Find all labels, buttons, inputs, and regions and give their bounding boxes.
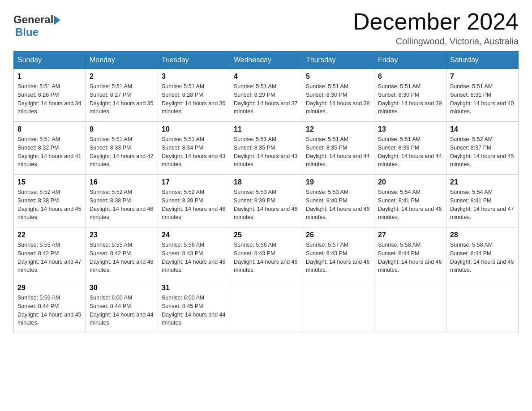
day-number: 20 xyxy=(378,178,442,186)
calendar-week-row-4: 22 Sunrise: 5:55 AM Sunset: 8:42 PM Dayl… xyxy=(14,227,519,280)
table-row: 28 Sunrise: 5:58 AM Sunset: 8:44 PM Dayl… xyxy=(446,227,519,280)
table-row: 3 Sunrise: 5:51 AM Sunset: 8:28 PM Dayli… xyxy=(158,69,230,122)
day-number: 21 xyxy=(450,178,515,186)
col-wednesday: Wednesday xyxy=(230,51,302,69)
day-number: 3 xyxy=(162,73,226,81)
calendar-header-row: Sunday Monday Tuesday Wednesday Thursday… xyxy=(14,51,519,69)
day-number: 14 xyxy=(450,125,515,133)
day-info: Sunrise: 6:00 AM Sunset: 8:44 PM Dayligh… xyxy=(90,294,154,327)
table-row: 8 Sunrise: 5:51 AM Sunset: 8:32 PM Dayli… xyxy=(14,122,86,175)
day-info: Sunrise: 5:51 AM Sunset: 8:35 PM Dayligh… xyxy=(234,135,298,169)
day-info: Sunrise: 5:51 AM Sunset: 8:35 PM Dayligh… xyxy=(306,135,370,169)
day-number: 16 xyxy=(90,178,154,186)
col-monday: Monday xyxy=(86,51,158,69)
col-tuesday: Tuesday xyxy=(158,51,230,69)
table-row: 27 Sunrise: 5:58 AM Sunset: 8:44 PM Dayl… xyxy=(374,227,446,280)
table-row: 10 Sunrise: 5:51 AM Sunset: 8:34 PM Dayl… xyxy=(158,122,230,175)
col-friday: Friday xyxy=(374,51,446,69)
day-info: Sunrise: 5:51 AM Sunset: 8:33 PM Dayligh… xyxy=(90,135,154,169)
day-number: 9 xyxy=(90,125,154,133)
day-info: Sunrise: 5:58 AM Sunset: 8:44 PM Dayligh… xyxy=(450,241,515,274)
day-info: Sunrise: 5:53 AM Sunset: 8:40 PM Dayligh… xyxy=(306,188,370,222)
day-number: 10 xyxy=(162,125,226,133)
table-row: 31 Sunrise: 6:00 AM Sunset: 8:45 PM Dayl… xyxy=(158,280,230,333)
day-number: 12 xyxy=(306,125,370,133)
day-info: Sunrise: 5:59 AM Sunset: 8:44 PM Dayligh… xyxy=(17,294,82,327)
logo-text-general: General xyxy=(13,13,53,26)
table-row: 14 Sunrise: 5:52 AM Sunset: 8:37 PM Dayl… xyxy=(446,122,519,175)
day-number: 11 xyxy=(234,125,298,133)
day-info: Sunrise: 5:51 AM Sunset: 8:28 PM Dayligh… xyxy=(162,82,226,116)
day-number: 23 xyxy=(90,231,154,239)
day-info: Sunrise: 5:51 AM Sunset: 8:30 PM Dayligh… xyxy=(378,82,442,116)
table-row: 18 Sunrise: 5:53 AM Sunset: 8:39 PM Dayl… xyxy=(230,175,302,227)
day-info: Sunrise: 5:51 AM Sunset: 8:29 PM Dayligh… xyxy=(234,82,298,116)
day-number: 26 xyxy=(306,231,370,239)
table-row xyxy=(302,280,374,333)
table-row xyxy=(230,280,302,333)
table-row: 29 Sunrise: 5:59 AM Sunset: 8:44 PM Dayl… xyxy=(14,280,86,333)
day-info: Sunrise: 5:52 AM Sunset: 8:39 PM Dayligh… xyxy=(162,188,226,222)
day-number: 22 xyxy=(17,231,82,239)
day-number: 19 xyxy=(306,178,370,186)
table-row: 22 Sunrise: 5:55 AM Sunset: 8:42 PM Dayl… xyxy=(14,227,86,280)
day-number: 8 xyxy=(17,125,82,133)
calendar-week-row-1: 1 Sunrise: 5:51 AM Sunset: 8:26 PM Dayli… xyxy=(14,69,519,122)
calendar-week-row-5: 29 Sunrise: 5:59 AM Sunset: 8:44 PM Dayl… xyxy=(14,280,519,333)
table-row: 4 Sunrise: 5:51 AM Sunset: 8:29 PM Dayli… xyxy=(230,69,302,122)
table-row: 13 Sunrise: 5:51 AM Sunset: 8:36 PM Dayl… xyxy=(374,122,446,175)
day-number: 25 xyxy=(234,231,298,239)
table-row: 26 Sunrise: 5:57 AM Sunset: 8:43 PM Dayl… xyxy=(302,227,374,280)
day-info: Sunrise: 5:55 AM Sunset: 8:42 PM Dayligh… xyxy=(90,241,154,274)
day-number: 1 xyxy=(17,73,82,81)
day-info: Sunrise: 5:52 AM Sunset: 8:37 PM Dayligh… xyxy=(450,135,515,169)
day-info: Sunrise: 5:52 AM Sunset: 8:38 PM Dayligh… xyxy=(17,188,82,222)
table-row: 24 Sunrise: 5:56 AM Sunset: 8:43 PM Dayl… xyxy=(158,227,230,280)
title-area: December 2024 Collingwood, Victoria, Aus… xyxy=(353,9,519,47)
table-row: 9 Sunrise: 5:51 AM Sunset: 8:33 PM Dayli… xyxy=(86,122,158,175)
location-subtitle: Collingwood, Victoria, Australia xyxy=(353,36,519,47)
logo-arrow-icon xyxy=(54,16,60,25)
day-info: Sunrise: 5:54 AM Sunset: 8:41 PM Dayligh… xyxy=(450,188,515,222)
table-row xyxy=(374,280,446,333)
day-info: Sunrise: 5:52 AM Sunset: 8:38 PM Dayligh… xyxy=(90,188,154,222)
day-info: Sunrise: 5:55 AM Sunset: 8:42 PM Dayligh… xyxy=(17,241,82,274)
day-info: Sunrise: 5:51 AM Sunset: 8:27 PM Dayligh… xyxy=(90,82,154,116)
day-number: 4 xyxy=(234,73,298,81)
day-info: Sunrise: 5:51 AM Sunset: 8:31 PM Dayligh… xyxy=(450,82,515,116)
day-info: Sunrise: 5:54 AM Sunset: 8:41 PM Dayligh… xyxy=(378,188,442,222)
table-row: 5 Sunrise: 5:51 AM Sunset: 8:30 PM Dayli… xyxy=(302,69,374,122)
table-row xyxy=(446,280,519,333)
day-info: Sunrise: 5:51 AM Sunset: 8:32 PM Dayligh… xyxy=(17,135,82,169)
day-number: 5 xyxy=(306,73,370,81)
day-number: 2 xyxy=(90,73,154,81)
day-info: Sunrise: 5:56 AM Sunset: 8:43 PM Dayligh… xyxy=(162,241,226,274)
table-row: 19 Sunrise: 5:53 AM Sunset: 8:40 PM Dayl… xyxy=(302,175,374,227)
day-info: Sunrise: 5:51 AM Sunset: 8:30 PM Dayligh… xyxy=(306,82,370,116)
table-row: 7 Sunrise: 5:51 AM Sunset: 8:31 PM Dayli… xyxy=(446,69,519,122)
table-row: 25 Sunrise: 5:56 AM Sunset: 8:43 PM Dayl… xyxy=(230,227,302,280)
day-info: Sunrise: 5:51 AM Sunset: 8:26 PM Dayligh… xyxy=(17,82,82,116)
day-number: 30 xyxy=(90,284,154,292)
day-info: Sunrise: 5:58 AM Sunset: 8:44 PM Dayligh… xyxy=(378,241,442,274)
day-info: Sunrise: 5:51 AM Sunset: 8:36 PM Dayligh… xyxy=(378,135,442,169)
calendar-week-row-3: 15 Sunrise: 5:52 AM Sunset: 8:38 PM Dayl… xyxy=(14,175,519,227)
month-title: December 2024 xyxy=(353,9,519,34)
day-number: 29 xyxy=(17,284,82,292)
table-row: 23 Sunrise: 5:55 AM Sunset: 8:42 PM Dayl… xyxy=(86,227,158,280)
day-number: 7 xyxy=(450,73,515,81)
page-header: General Blue December 2024 Collingwood, … xyxy=(13,9,519,47)
table-row: 6 Sunrise: 5:51 AM Sunset: 8:30 PM Dayli… xyxy=(374,69,446,122)
calendar-week-row-2: 8 Sunrise: 5:51 AM Sunset: 8:32 PM Dayli… xyxy=(14,122,519,175)
col-saturday: Saturday xyxy=(446,51,519,69)
day-number: 15 xyxy=(17,178,82,186)
logo-text-blue: Blue xyxy=(15,26,39,39)
col-sunday: Sunday xyxy=(14,51,86,69)
day-number: 31 xyxy=(162,284,226,292)
day-number: 18 xyxy=(234,178,298,186)
col-thursday: Thursday xyxy=(302,51,374,69)
logo: General Blue xyxy=(13,9,60,39)
day-info: Sunrise: 5:53 AM Sunset: 8:39 PM Dayligh… xyxy=(234,188,298,222)
day-number: 6 xyxy=(378,73,442,81)
day-info: Sunrise: 5:51 AM Sunset: 8:34 PM Dayligh… xyxy=(162,135,226,169)
